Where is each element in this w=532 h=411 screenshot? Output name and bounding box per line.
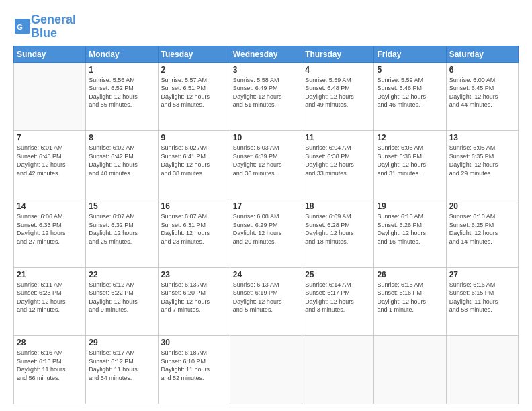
day-number: 16 [161, 201, 227, 211]
day-info: Sunrise: 6:00 AM Sunset: 6:45 PM Dayligh… [449, 76, 515, 109]
calendar-cell: 5Sunrise: 5:59 AM Sunset: 6:46 PM Daylig… [374, 62, 446, 131]
day-info: Sunrise: 5:59 AM Sunset: 6:48 PM Dayligh… [305, 76, 371, 109]
day-number: 17 [233, 201, 299, 211]
calendar-cell: 22Sunrise: 6:12 AM Sunset: 6:22 PM Dayli… [86, 267, 158, 336]
day-info: Sunrise: 6:03 AM Sunset: 6:39 PM Dayligh… [233, 144, 299, 177]
calendar-cell: 23Sunrise: 6:13 AM Sunset: 6:20 PM Dayli… [158, 267, 230, 336]
day-info: Sunrise: 6:17 AM Sunset: 6:12 PM Dayligh… [89, 349, 154, 382]
calendar-cell: 30Sunrise: 6:18 AM Sunset: 6:10 PM Dayli… [158, 336, 230, 404]
calendar-cell: 10Sunrise: 6:03 AM Sunset: 6:39 PM Dayli… [230, 131, 302, 199]
day-number: 26 [377, 270, 443, 279]
calendar-week-1: 1Sunrise: 5:56 AM Sunset: 6:52 PM Daylig… [14, 62, 519, 131]
day-info: Sunrise: 5:59 AM Sunset: 6:46 PM Dayligh… [377, 76, 443, 109]
calendar-cell: 6Sunrise: 6:00 AM Sunset: 6:45 PM Daylig… [446, 62, 518, 131]
svg-text:G: G [17, 23, 23, 31]
day-info: Sunrise: 6:13 AM Sunset: 6:19 PM Dayligh… [233, 281, 299, 314]
day-number: 30 [161, 338, 227, 347]
calendar-cell [230, 336, 302, 404]
day-info: Sunrise: 6:06 AM Sunset: 6:33 PM Dayligh… [17, 212, 83, 246]
day-info: Sunrise: 6:04 AM Sunset: 6:38 PM Dayligh… [305, 144, 371, 177]
day-info: Sunrise: 6:16 AM Sunset: 6:15 PM Dayligh… [449, 281, 515, 314]
day-number: 29 [89, 338, 154, 347]
day-info: Sunrise: 6:07 AM Sunset: 6:31 PM Dayligh… [161, 212, 227, 246]
day-number: 18 [305, 201, 371, 211]
day-info: Sunrise: 6:18 AM Sunset: 6:10 PM Dayligh… [161, 349, 227, 382]
logo-line2: Blue [31, 26, 57, 40]
calendar-cell: 14Sunrise: 6:06 AM Sunset: 6:33 PM Dayli… [14, 199, 86, 267]
calendar-cell: 7Sunrise: 6:01 AM Sunset: 6:43 PM Daylig… [14, 131, 86, 199]
weekday-header-tuesday: Tuesday [158, 46, 230, 62]
day-number: 20 [449, 201, 515, 211]
calendar-cell: 11Sunrise: 6:04 AM Sunset: 6:38 PM Dayli… [302, 131, 374, 199]
day-number: 24 [233, 270, 299, 279]
weekday-header-sunday: Sunday [14, 46, 86, 62]
calendar-cell [302, 336, 374, 404]
calendar-cell: 29Sunrise: 6:17 AM Sunset: 6:12 PM Dayli… [86, 336, 158, 404]
day-number: 1 [89, 65, 154, 75]
day-number: 4 [305, 65, 371, 75]
calendar-cell: 1Sunrise: 5:56 AM Sunset: 6:52 PM Daylig… [86, 62, 158, 131]
day-number: 27 [449, 270, 515, 279]
calendar-week-4: 21Sunrise: 6:11 AM Sunset: 6:23 PM Dayli… [14, 267, 519, 336]
day-info: Sunrise: 6:15 AM Sunset: 6:16 PM Dayligh… [377, 281, 443, 314]
logo: G General Blue [13, 13, 76, 40]
calendar-cell: 21Sunrise: 6:11 AM Sunset: 6:23 PM Dayli… [14, 267, 86, 336]
weekday-header-wednesday: Wednesday [230, 46, 302, 62]
calendar-cell: 8Sunrise: 6:02 AM Sunset: 6:42 PM Daylig… [86, 131, 158, 199]
calendar-week-3: 14Sunrise: 6:06 AM Sunset: 6:33 PM Dayli… [14, 199, 519, 267]
day-info: Sunrise: 5:57 AM Sunset: 6:51 PM Dayligh… [161, 76, 227, 109]
logo-line1: General [31, 13, 76, 26]
calendar-cell: 3Sunrise: 5:58 AM Sunset: 6:49 PM Daylig… [230, 62, 302, 131]
day-info: Sunrise: 6:10 AM Sunset: 6:26 PM Dayligh… [377, 212, 443, 246]
day-number: 28 [17, 338, 83, 347]
day-number: 22 [89, 270, 154, 279]
calendar-body: 1Sunrise: 5:56 AM Sunset: 6:52 PM Daylig… [14, 62, 519, 404]
calendar-cell: 9Sunrise: 6:02 AM Sunset: 6:41 PM Daylig… [158, 131, 230, 199]
day-info: Sunrise: 6:07 AM Sunset: 6:32 PM Dayligh… [89, 212, 154, 246]
day-info: Sunrise: 6:01 AM Sunset: 6:43 PM Dayligh… [17, 144, 83, 177]
calendar-cell [374, 336, 446, 404]
day-number: 2 [161, 65, 227, 75]
calendar-cell: 27Sunrise: 6:16 AM Sunset: 6:15 PM Dayli… [446, 267, 518, 336]
day-number: 6 [449, 65, 515, 75]
calendar-cell: 4Sunrise: 5:59 AM Sunset: 6:48 PM Daylig… [302, 62, 374, 131]
day-info: Sunrise: 6:02 AM Sunset: 6:42 PM Dayligh… [89, 144, 154, 177]
calendar-cell: 16Sunrise: 6:07 AM Sunset: 6:31 PM Dayli… [158, 199, 230, 267]
day-number: 9 [161, 133, 227, 142]
calendar-cell: 24Sunrise: 6:13 AM Sunset: 6:19 PM Dayli… [230, 267, 302, 336]
day-number: 12 [377, 133, 443, 142]
day-info: Sunrise: 5:58 AM Sunset: 6:49 PM Dayligh… [233, 76, 299, 109]
day-info: Sunrise: 6:11 AM Sunset: 6:23 PM Dayligh… [17, 281, 83, 314]
day-number: 14 [17, 201, 83, 211]
day-info: Sunrise: 6:05 AM Sunset: 6:35 PM Dayligh… [449, 144, 515, 177]
weekday-header-monday: Monday [86, 46, 158, 62]
day-number: 10 [233, 133, 299, 142]
day-info: Sunrise: 6:02 AM Sunset: 6:41 PM Dayligh… [161, 144, 227, 177]
day-number: 3 [233, 65, 299, 75]
day-number: 13 [449, 133, 515, 142]
day-info: Sunrise: 6:14 AM Sunset: 6:17 PM Dayligh… [305, 281, 371, 314]
weekday-header-thursday: Thursday [302, 46, 374, 62]
calendar-table: SundayMondayTuesdayWednesdayThursdayFrid… [13, 46, 519, 404]
calendar-cell: 26Sunrise: 6:15 AM Sunset: 6:16 PM Dayli… [374, 267, 446, 336]
day-number: 21 [17, 270, 83, 279]
weekday-header-friday: Friday [374, 46, 446, 62]
day-info: Sunrise: 5:56 AM Sunset: 6:52 PM Dayligh… [89, 76, 154, 109]
day-number: 11 [305, 133, 371, 142]
day-info: Sunrise: 6:05 AM Sunset: 6:36 PM Dayligh… [377, 144, 443, 177]
calendar-cell: 28Sunrise: 6:16 AM Sunset: 6:13 PM Dayli… [14, 336, 86, 404]
calendar-cell: 13Sunrise: 6:05 AM Sunset: 6:35 PM Dayli… [446, 131, 518, 199]
calendar-cell: 17Sunrise: 6:08 AM Sunset: 6:29 PM Dayli… [230, 199, 302, 267]
calendar-week-2: 7Sunrise: 6:01 AM Sunset: 6:43 PM Daylig… [14, 131, 519, 199]
day-number: 5 [377, 65, 443, 75]
day-info: Sunrise: 6:12 AM Sunset: 6:22 PM Dayligh… [89, 281, 154, 314]
day-number: 23 [161, 270, 227, 279]
weekday-header-row: SundayMondayTuesdayWednesdayThursdayFrid… [14, 46, 519, 62]
calendar-week-5: 28Sunrise: 6:16 AM Sunset: 6:13 PM Dayli… [14, 336, 519, 404]
day-info: Sunrise: 6:10 AM Sunset: 6:25 PM Dayligh… [449, 212, 515, 246]
calendar-cell: 2Sunrise: 5:57 AM Sunset: 6:51 PM Daylig… [158, 62, 230, 131]
calendar-cell: 25Sunrise: 6:14 AM Sunset: 6:17 PM Dayli… [302, 267, 374, 336]
day-number: 15 [89, 201, 154, 211]
calendar-cell: 12Sunrise: 6:05 AM Sunset: 6:36 PM Dayli… [374, 131, 446, 199]
calendar-cell: 20Sunrise: 6:10 AM Sunset: 6:25 PM Dayli… [446, 199, 518, 267]
